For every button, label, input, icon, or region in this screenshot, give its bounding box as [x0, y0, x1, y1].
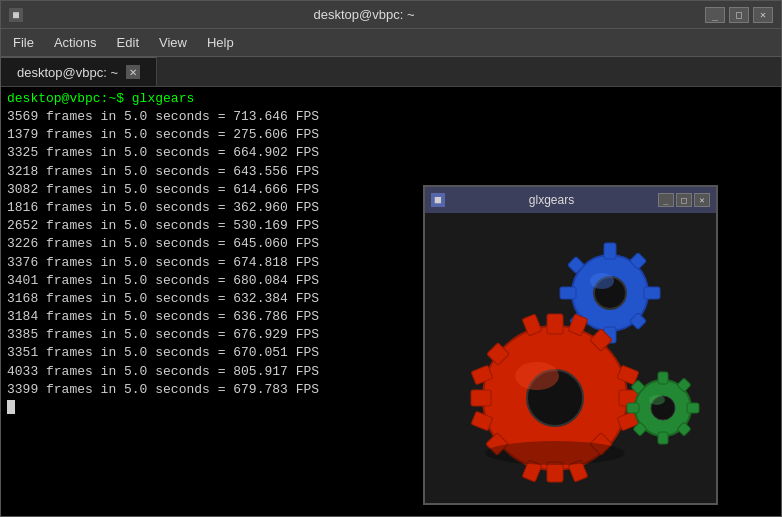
svg-rect-4: [560, 287, 576, 299]
title-bar-left: ■: [9, 8, 23, 22]
terminal-tab[interactable]: desktop@vbpc: ~ ✕: [1, 57, 157, 86]
output-line-3: 3218 frames in 5.0 seconds = 643.556 FPS: [7, 163, 775, 181]
menu-file[interactable]: File: [5, 33, 42, 52]
menu-edit[interactable]: Edit: [109, 33, 147, 52]
maximize-button[interactable]: □: [729, 7, 749, 23]
glx-content: [425, 213, 716, 503]
minimize-button[interactable]: _: [705, 7, 725, 23]
glx-close-button[interactable]: ✕: [694, 193, 710, 207]
tab-bar: desktop@vbpc: ~ ✕: [1, 57, 781, 87]
svg-rect-2: [604, 243, 616, 259]
title-bar: ■ desktop@vbpc: ~ _ □ ✕: [1, 1, 781, 29]
menu-view[interactable]: View: [151, 33, 195, 52]
glx-title-bar: ■ glxgears _ □ ✕: [425, 187, 716, 213]
svg-rect-35: [687, 403, 699, 413]
terminal-window: ■ desktop@vbpc: ~ _ □ ✕ File Actions Edi…: [0, 0, 782, 517]
title-bar-title: desktop@vbpc: ~: [23, 7, 705, 22]
output-line-1: 1379 frames in 5.0 seconds = 275.606 FPS: [7, 126, 775, 144]
glx-minimize-button[interactable]: _: [658, 193, 674, 207]
svg-rect-32: [658, 372, 668, 384]
title-bar-controls: _ □ ✕: [705, 7, 773, 23]
glxgears-window: ■ glxgears _ □ ✕: [423, 185, 718, 505]
menu-help[interactable]: Help: [199, 33, 242, 52]
glx-maximize-button[interactable]: □: [676, 193, 692, 207]
window-icon: ■: [9, 8, 23, 22]
glx-controls: _ □ ✕: [658, 193, 710, 207]
svg-point-11: [590, 273, 614, 289]
terminal-content[interactable]: desktop@vbpc:~$ glxgears 3569 frames in …: [1, 87, 781, 516]
svg-point-41: [649, 395, 665, 405]
glx-window-icon: ■: [431, 193, 445, 207]
svg-rect-34: [627, 403, 639, 413]
menu-actions[interactable]: Actions: [46, 33, 105, 52]
output-line-2: 3325 frames in 5.0 seconds = 664.902 FPS: [7, 144, 775, 162]
glx-title: glxgears: [451, 193, 652, 207]
svg-rect-13: [547, 314, 563, 334]
svg-point-42: [485, 441, 625, 465]
prompt-line: desktop@vbpc:~$ glxgears: [7, 91, 775, 106]
output-line-0: 3569 frames in 5.0 seconds = 713.646 FPS: [7, 108, 775, 126]
close-button[interactable]: ✕: [753, 7, 773, 23]
tab-close-button[interactable]: ✕: [126, 65, 140, 79]
menu-bar: File Actions Edit View Help: [1, 29, 781, 57]
svg-point-30: [515, 362, 559, 390]
svg-rect-33: [658, 432, 668, 444]
svg-rect-5: [644, 287, 660, 299]
svg-rect-15: [471, 390, 491, 406]
gears-svg: [425, 213, 716, 503]
tab-label: desktop@vbpc: ~: [17, 65, 118, 80]
